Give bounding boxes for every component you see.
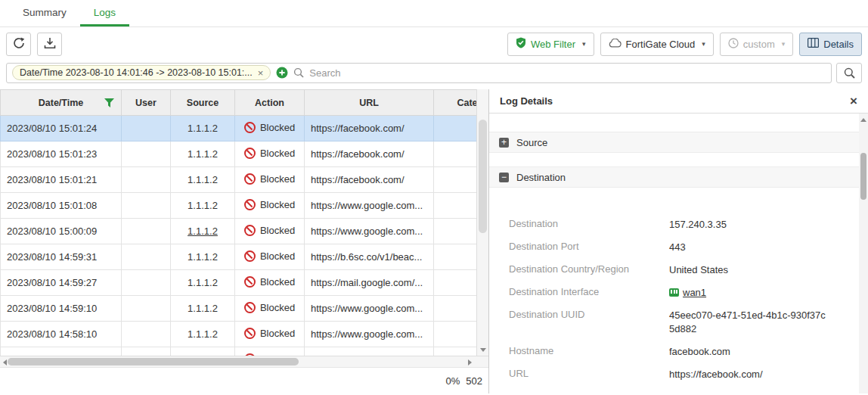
table-row[interactable]: 2023/08/10 14:59:271.1.1.2Blockedhttps:/… [1,270,489,296]
table-row[interactable]: 2023/08/10 15:01:211.1.1.2Blockedhttps:/… [1,167,489,193]
scrollbar-thumb[interactable] [8,358,299,365]
chevron-down-icon: ▾ [582,40,586,48]
refresh-icon [13,37,25,51]
table-row[interactable]: 2023/08/10 15:01:081.1.1.2Blockedhttps:/… [1,193,489,219]
details-scrollbar[interactable] [859,114,868,393]
time-range-dropdown[interactable]: custom ▾ [720,33,793,56]
column-header-user[interactable]: User [122,90,171,116]
table-row[interactable]: 2023/08/10 14:58:101.1.1.2Blockedhttps:/… [1,322,489,347]
device-label: FortiGate Cloud [626,39,696,50]
column-header-label: Source [187,98,219,108]
action-label: Blocked [260,250,295,262]
cell-user [122,167,171,193]
tab-summary[interactable]: Summary [9,0,80,26]
cell-url: https://facebook.com/ [305,142,434,167]
table-row[interactable]: 2023/08/10 15:00:091.1.1.2Blockedhttps:/… [1,219,489,244]
table-row[interactable]: 2023/08/10 14:59:311.1.1.2Blockedhttps:/… [1,244,489,270]
cell-datetime: 2023/08/10 14:59:27 [1,270,122,296]
clock-icon [728,38,739,51]
column-header-action[interactable]: Action [235,90,305,116]
details-title: Log Details [500,95,553,107]
filter-pill[interactable]: Date/Time 2023-08-10 14:01:46 -> 2023-08… [12,65,271,80]
interface-icon [669,288,679,297]
cell-datetime: 2023/08/10 15:01:23 [1,142,122,167]
log-table-grid: Date/Time User Source Action URL Categor… [0,89,488,356]
section-header-source[interactable]: +Source [489,132,859,153]
cell-datetime [1,347,122,356]
search-button[interactable] [836,63,862,83]
table-row[interactable]: 2023/08/10 15:01:241.1.1.2Blockedhttps:/… [1,116,489,142]
action-label: Blocked [260,122,295,133]
cell-action: Blocked [235,193,305,219]
magnifier-icon [844,67,855,79]
log-count: 502 [466,375,482,387]
field-value: 443 [669,241,851,254]
cell-datetime: 2023/08/10 15:01:24 [1,116,122,142]
interface-link[interactable]: wan1 [683,287,706,298]
section-header-destination[interactable]: −Destination [489,166,859,188]
detail-field: Destination Interfacewan1 [509,281,853,304]
column-header-source[interactable]: Source [171,90,235,116]
cell-datetime: 2023/08/10 14:59:31 [1,244,122,270]
cell-url [305,347,434,356]
cell-datetime: 2023/08/10 15:00:09 [1,219,122,244]
scroll-down-icon[interactable] [480,348,486,352]
remove-filter-icon[interactable]: × [258,68,264,78]
refresh-button[interactable] [6,33,31,56]
cell-url: https://www.google.com... [305,193,434,219]
device-dropdown[interactable]: FortiGate Cloud ▾ [600,33,714,56]
search-row: Date/Time 2023-08-10 14:01:46 -> 2023-08… [0,61,868,85]
blocked-icon [244,225,256,236]
blocked-icon [244,276,256,288]
table-vertical-scrollbar[interactable] [476,89,488,356]
add-filter-icon[interactable] [276,67,288,79]
table-horizontal-scrollbar[interactable] [0,356,488,368]
cell-url: https://b.6sc.co/v1/beac... [305,244,434,270]
scroll-up-icon[interactable] [860,118,866,122]
action-label: Blocked [260,276,295,288]
scrollbar-thumb[interactable] [479,120,487,233]
details-label: Details [823,39,854,50]
detail-field: Destination157.240.3.35 [509,213,853,236]
column-header-datetime[interactable]: Date/Time [1,90,122,116]
column-header-label: Date/Time [39,98,84,108]
search-input[interactable]: Date/Time 2023-08-10 14:01:46 -> 2023-08… [6,63,832,83]
field-value: facebook.com [669,345,851,359]
search-placeholder: Search [309,67,340,79]
scroll-right-icon[interactable] [468,359,472,365]
cell-user [122,347,171,356]
web-filter-dropdown[interactable]: Web Filter ▾ [507,33,594,56]
cell-source: 1.1.1.2 [171,244,235,270]
cell-source: 1.1.1.2 [171,142,235,167]
filter-funnel-icon[interactable] [104,98,114,107]
cell-datetime: 2023/08/10 14:59:10 [1,296,122,322]
section-label: Destination [516,172,566,183]
column-header-url[interactable]: URL [305,90,434,116]
expand-icon[interactable]: + [499,138,509,148]
table-row[interactable]: 2023/08/10 15:01:231.1.1.2Blockedhttps:/… [1,142,489,167]
blocked-icon [244,302,256,313]
field-value[interactable]: wan1 [669,286,851,300]
action-label: Blocked [260,302,295,313]
close-icon[interactable]: × [850,95,857,107]
detail-field: URLhttps://facebook.com/ [509,363,853,386]
field-label: Destination Interface [509,286,669,297]
main-content: Date/Time User Source Action URL Categor… [0,89,868,393]
field-value: 157.240.3.35 [669,218,851,232]
details-toggle-button[interactable]: Details [799,33,862,56]
section-label: Source [516,137,547,148]
field-label: URL [509,368,669,379]
cell-source: 1.1.1.2 [171,193,235,219]
scrollbar-thumb[interactable] [860,153,866,200]
blocked-icon [244,173,256,185]
progress-percent: 0% [446,375,460,387]
chevron-down-icon: ▾ [702,40,705,48]
table-row[interactable]: 2023/08/10 14:59:101.1.1.2Blockedhttps:/… [1,296,489,322]
action-label: Blocked [260,199,295,210]
collapse-icon[interactable]: − [499,173,509,182]
cell-action: Blocked [235,142,305,167]
tab-logs[interactable]: Logs [80,0,129,26]
download-button[interactable] [37,33,62,56]
table-row[interactable]: Blocked [1,347,489,356]
scroll-left-icon[interactable] [3,359,7,365]
